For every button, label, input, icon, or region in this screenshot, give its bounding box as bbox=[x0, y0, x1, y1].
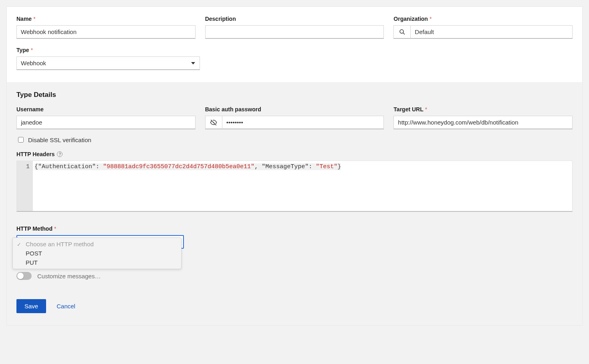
http-method-dropdown: ✓ Choose an HTTP method POST PUT bbox=[12, 237, 182, 269]
required-marker: * bbox=[425, 106, 427, 113]
name-input[interactable] bbox=[16, 25, 196, 39]
target-url-field: Target URL* bbox=[393, 106, 573, 129]
toggle-knob bbox=[17, 273, 24, 279]
organization-field: Organization* bbox=[393, 16, 573, 39]
save-button[interactable]: Save bbox=[16, 299, 46, 313]
username-field: Username bbox=[16, 106, 196, 129]
type-field: Type* Webhook bbox=[16, 47, 200, 70]
customize-messages-toggle[interactable] bbox=[16, 272, 32, 280]
organization-label: Organization* bbox=[393, 16, 573, 22]
cancel-button[interactable]: Cancel bbox=[56, 303, 75, 310]
customize-messages-row: Customize messages… bbox=[16, 272, 573, 280]
http-method-placeholder-option: ✓ Choose an HTTP method bbox=[13, 239, 181, 249]
code-body[interactable]: {"Authentication": "988881adc9fc3655077d… bbox=[33, 161, 572, 211]
required-marker: * bbox=[31, 47, 33, 53]
name-label: Name* bbox=[16, 16, 196, 22]
password-field: Basic auth password bbox=[205, 106, 384, 129]
disable-ssl-checkbox[interactable] bbox=[18, 137, 24, 143]
http-method-label: HTTP Method* bbox=[16, 225, 184, 232]
username-label: Username bbox=[16, 106, 196, 113]
required-marker: * bbox=[430, 16, 432, 22]
http-method-option-post[interactable]: POST bbox=[13, 249, 181, 258]
toggle-password-visibility-button[interactable] bbox=[205, 116, 222, 129]
disable-ssl-label: Disable SSL verification bbox=[28, 137, 91, 143]
http-headers-label: HTTP Headers ? bbox=[16, 151, 573, 157]
http-headers-editor[interactable]: 1 {"Authentication": "988881adc9fc365507… bbox=[16, 161, 573, 212]
required-marker: * bbox=[33, 16, 35, 22]
code-gutter: 1 bbox=[17, 161, 33, 211]
check-icon: ✓ bbox=[17, 241, 21, 247]
help-icon[interactable]: ? bbox=[57, 151, 63, 157]
type-details-heading: Type Details bbox=[16, 91, 573, 99]
description-label: Description bbox=[205, 16, 384, 22]
type-label: Type* bbox=[16, 47, 200, 53]
section-basic: Name* Description Organization* bbox=[7, 7, 582, 82]
organization-lookup-button[interactable] bbox=[393, 25, 410, 39]
disable-ssl-row: Disable SSL verification bbox=[16, 136, 573, 144]
target-url-input[interactable] bbox=[393, 116, 573, 129]
notification-form-card: Name* Description Organization* bbox=[6, 6, 583, 326]
chevron-down-icon bbox=[191, 62, 195, 64]
svg-line-1 bbox=[403, 33, 405, 34]
organization-input[interactable] bbox=[410, 25, 573, 39]
eye-off-icon bbox=[210, 119, 217, 126]
password-input[interactable] bbox=[222, 116, 384, 129]
description-input[interactable] bbox=[205, 25, 384, 39]
target-url-label: Target URL* bbox=[393, 106, 573, 113]
name-field: Name* bbox=[16, 16, 196, 39]
svg-point-0 bbox=[400, 30, 403, 33]
search-icon bbox=[399, 28, 406, 36]
type-select[interactable]: Webhook bbox=[16, 56, 200, 70]
required-marker: * bbox=[54, 225, 56, 232]
section-type-details: Type Details Username Basic auth passwor… bbox=[7, 82, 582, 325]
form-actions: Save Cancel bbox=[16, 299, 573, 313]
username-input[interactable] bbox=[16, 116, 196, 129]
description-field: Description bbox=[205, 16, 384, 39]
http-method-field: HTTP Method* ✓ Choose an HTTP method POS… bbox=[16, 225, 184, 249]
password-label: Basic auth password bbox=[205, 106, 384, 113]
http-method-option-put[interactable]: PUT bbox=[13, 258, 181, 267]
customize-messages-label: Customize messages… bbox=[37, 273, 101, 280]
